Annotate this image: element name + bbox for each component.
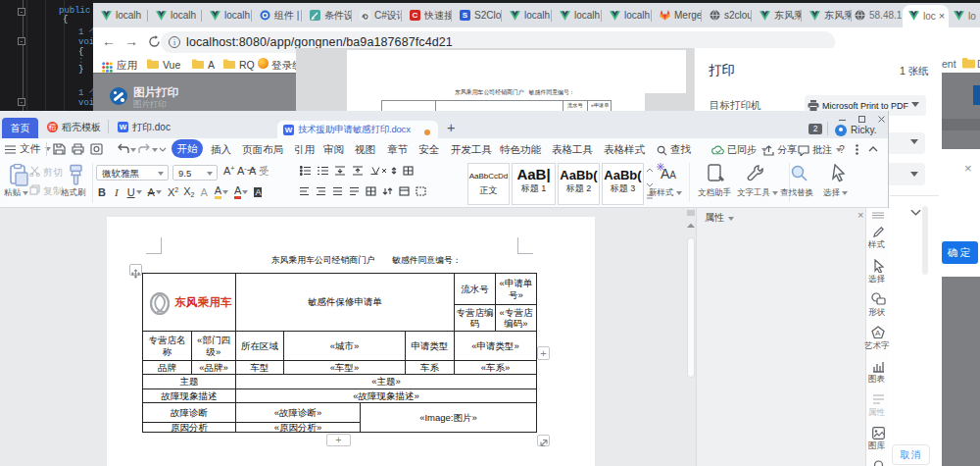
svg-text:A: A [875,329,881,337]
